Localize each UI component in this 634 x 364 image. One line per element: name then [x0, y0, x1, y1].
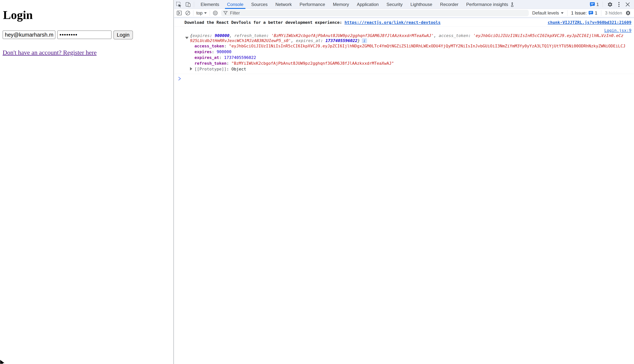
console-prop-row: expires_at: 1737405596022 [194, 55, 632, 60]
preview-segment: } [358, 38, 360, 43]
preview-segment: 'eyJhbGciOiJIUzI1NiIsInR5cCI6IkpXVCJ9.ey… [473, 33, 624, 38]
mouse-cursor [0, 360, 6, 364]
email-field[interactable] [2, 30, 56, 39]
preview-segment: expires_at [296, 38, 320, 43]
tab-label: Application [357, 2, 378, 7]
object-properties: access_token: "eyJhbGciOiJIUzI1NiIsInR5c… [194, 43, 632, 66]
preview-segment: , [291, 38, 296, 43]
divider [601, 10, 601, 16]
preview-segment: { [190, 33, 192, 38]
tab-recorder[interactable]: Recorder [436, 0, 462, 9]
devtools-tabs: ElementsConsoleSourcesNetworkPerformance… [197, 0, 518, 9]
clear-console-icon[interactable] [184, 9, 192, 17]
divider [567, 10, 568, 16]
console-messages-indicator[interactable]: 1 [590, 2, 599, 7]
tab-label: Performance insights [466, 2, 508, 7]
preview-segment: : [210, 33, 215, 38]
console-filter [221, 10, 529, 16]
tab-elements[interactable]: Elements [197, 0, 223, 9]
console-log-message: Login.jsx:9 {expires: 900000, refresh_to… [174, 27, 634, 74]
filter-funnel-icon [223, 11, 228, 15]
preview-segment: 1737405596022 [326, 38, 358, 43]
device-toolbar-icon[interactable] [184, 0, 193, 9]
issues-counter[interactable]: 1 Issue: 1 [571, 10, 597, 16]
filter-input[interactable] [230, 10, 527, 16]
value-evaluated-info-badge[interactable]: i [362, 38, 367, 43]
log-levels-dropdown[interactable]: Default levels [532, 10, 563, 16]
prototype-row: [[Prototype]]: Object [190, 66, 632, 72]
prop-colon: : [212, 50, 217, 54]
settings-gear-icon[interactable] [606, 0, 614, 9]
kebab-menu-icon[interactable] [616, 0, 622, 9]
tab-label: Memory [333, 2, 349, 7]
issues-label: 1 Issue: [571, 10, 587, 16]
preview-segment: : [320, 38, 326, 43]
chevron-down-icon [204, 12, 207, 14]
preview-segment: access_token [439, 33, 468, 38]
expand-triangle-icon[interactable] [190, 67, 192, 70]
tab-label: Elements [200, 2, 219, 7]
live-expression-eye-icon[interactable] [211, 9, 220, 17]
source-link-login[interactable]: Login.jsx:9 [604, 28, 632, 33]
tab-network[interactable]: Network [272, 0, 296, 9]
prop-key: expires [194, 50, 212, 54]
preview-segment: : [266, 33, 272, 38]
tab-performance-insights[interactable]: Performance insights [462, 0, 518, 9]
register-link[interactable]: Don't have an account? Register here [2, 49, 97, 56]
tab-memory[interactable]: Memory [329, 0, 353, 9]
object-preview-line1: {expires: 900000, refresh_token: 'BzMYiI… [190, 33, 632, 38]
tab-sources[interactable]: Sources [247, 0, 272, 9]
prop-colon: : [219, 55, 224, 60]
preview-segment: 925LUcdb2tHmRRvJexcWCh1MJzAB3N2UIewP5_s0… [190, 38, 291, 43]
prototype-value: Object [232, 67, 246, 72]
message-bubble-icon [590, 2, 595, 7]
preview-segment: 900000 [214, 33, 229, 38]
tab-performance[interactable]: Performance [296, 0, 329, 9]
divider [602, 2, 603, 7]
prop-value: 900000 [216, 50, 231, 54]
react-devtools-link[interactable]: https://reactjs.org/link/react-devtools [344, 20, 441, 25]
context-label: top [196, 10, 202, 16]
login-form: Login [2, 30, 174, 40]
console-info-message: Download the React DevTools for a better… [174, 18, 634, 27]
tab-lighthouse[interactable]: Lighthouse [406, 0, 436, 9]
object-preview-line2: 925LUcdb2tHmRRvJexcWCh1MJzAB3N2UIewP5_s0… [190, 38, 632, 43]
preview-segment: 'BzMYiIWUxK2cbgofAjPbAnut8JUW9pz2gghqnf3… [271, 33, 434, 38]
prop-value: "eyJhbGciOiJIUzI1NiIsInR5cCI6IkpXVCJ9.ey… [229, 44, 625, 48]
tab-label: Network [275, 2, 292, 7]
tab-console[interactable]: Console [223, 0, 247, 9]
chevron-down-icon [561, 12, 564, 14]
page-title: Login [3, 8, 174, 22]
tab-label: Console [227, 2, 243, 7]
preview-segment: , [230, 33, 234, 38]
tab-application[interactable]: Application [353, 0, 382, 9]
console-sidebar-toggle-icon[interactable] [175, 9, 184, 17]
object-preview: {expires: 900000, refresh_token: 'BzMYiI… [190, 33, 632, 43]
login-button[interactable]: Login [114, 30, 133, 40]
tab-label: Sources [251, 2, 268, 7]
prop-key: access_token [194, 44, 224, 48]
password-field[interactable] [57, 30, 112, 39]
tabbar-right-controls: 1 [590, 0, 634, 9]
collapse-triangle-icon[interactable] [185, 37, 188, 39]
source-link-chunk[interactable]: chunk-VIJJTZRL.js?v=960bd321:21609 [548, 20, 632, 25]
hidden-messages-label: 3 hidden [605, 10, 622, 16]
tab-label: Performance [300, 2, 325, 7]
prop-value: "BzMYiIWUxK2cbgofAjPbAnut8JUW9pz2gghqnf3… [232, 61, 394, 66]
issue-bubble-icon [588, 11, 593, 15]
react-devtools-message: Download the React DevTools for a better… [184, 20, 441, 25]
console-settings-gear-icon[interactable] [625, 9, 632, 17]
tab-security[interactable]: Security [383, 0, 406, 9]
levels-label: Default levels [532, 10, 559, 16]
flask-icon [510, 2, 514, 7]
preview-segment: refresh_token [234, 33, 266, 38]
issues-count: 1 [595, 10, 597, 16]
divider [210, 10, 210, 16]
prompt-chevron-icon [178, 76, 182, 81]
devtools-tabbar: ElementsConsoleSourcesNetworkPerformance… [174, 0, 634, 9]
inspect-element-icon[interactable] [174, 0, 184, 9]
tab-label: Lighthouse [410, 2, 432, 7]
close-devtools-icon[interactable] [624, 0, 631, 9]
execution-context-selector[interactable]: top [194, 10, 208, 16]
console-prompt[interactable] [174, 74, 634, 81]
